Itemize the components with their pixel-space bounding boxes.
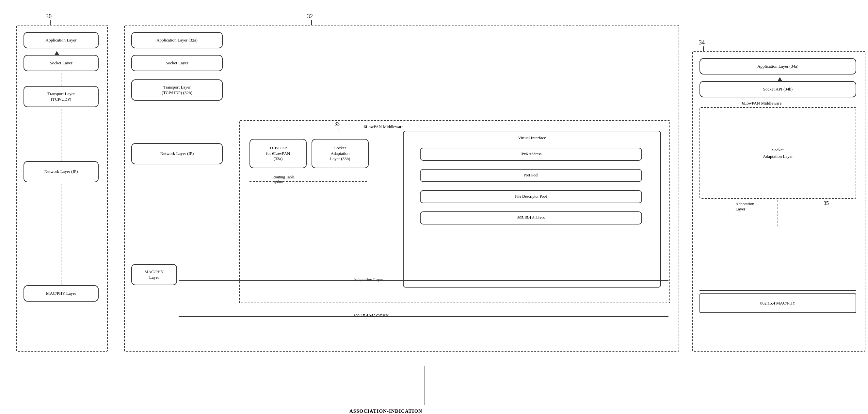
port-pool-box: Port Pool: [420, 169, 642, 182]
vline-30-2: [61, 109, 61, 161]
node34-socket-api: Socket API (34b): [700, 81, 856, 97]
node34-app-layer: Application Layer (34a): [700, 58, 856, 75]
addr-802-box: 805.15.4 Address: [420, 211, 642, 225]
node32-mac802-label: 802.15.4 MAC/PHY: [353, 313, 389, 318]
node30-transport-layer: Transport Layer(TCP/UDP): [24, 86, 99, 107]
node30-app-layer: Application Layer: [24, 32, 99, 48]
assoc-vline: [425, 366, 425, 405]
node34-mac802: 802.15.4 MAC/PHY: [700, 293, 856, 313]
node32-socket-layer: Socket Layer: [131, 55, 223, 71]
node30-mac-layer: MAC/PHY Layer: [24, 285, 99, 302]
node34-adapt-top-line: [700, 199, 856, 199]
file-descriptor-box: File Descriptor Pool: [420, 190, 642, 203]
node32-network-layer: Network Layer (IP): [131, 143, 223, 165]
node32-adaptation-label: Adaptation Layer: [353, 277, 383, 282]
ref-33: 33: [334, 121, 340, 127]
node34-middleware-label: 6LowPAN Middleware: [742, 101, 781, 106]
adaptation-line: [179, 280, 669, 281]
node-30-box: Application Layer Socket Layer Transport…: [16, 25, 108, 352]
ref-32: 32: [307, 13, 313, 20]
ref-34: 34: [699, 39, 705, 46]
assoc-indication-label: ASSOCIATION-INDICATION: [349, 409, 422, 414]
routing-hline: [249, 181, 367, 182]
node32-transport-layer: Transport Layer(TCP/UDP) (32b): [131, 80, 223, 101]
node30-socket-layer: Socket Layer: [24, 55, 99, 71]
node32-mac-layer: MAC/PHYLayer: [131, 264, 177, 285]
virtual-interface-label: Virtual Interface: [518, 135, 546, 141]
vline-30-1: [61, 73, 61, 86]
ipv6-address-box: IPv6 Address: [420, 148, 642, 161]
routing-table-label: Routing TableUpdate: [272, 175, 294, 185]
vline-30-3: [61, 184, 61, 285]
node-34-box: Application Layer (34a) Socket API (34b)…: [692, 51, 865, 352]
node34-adaptation-label: AdaptationLayer: [736, 201, 754, 212]
middleware-label-33: 6LowPAN Middleware: [364, 124, 403, 129]
ref-35: 35: [824, 200, 829, 206]
node33-socket-adapt: SocketAdaptationLayer (33b): [312, 139, 369, 168]
node32-app-layer: Application Layer (32a): [131, 32, 223, 48]
node-33-box: 6LowPAN Middleware 33 TCP/UDPfor 6LowPAN…: [239, 120, 670, 303]
mac802-line: [179, 316, 669, 317]
node30-network-layer: Network Layer (IP): [24, 161, 99, 182]
node34-sal-box: SocketAdaptation Layer: [700, 107, 856, 199]
diagram-container: 30 32 34 Application Layer Socket Layer …: [6, 13, 862, 405]
node33-tcp-udp: TCP/UDPfor 6LowPAN(33a): [249, 139, 307, 168]
node-32-box: Application Layer (32a) Socket Layer Tra…: [124, 25, 679, 352]
ref-30: 30: [46, 13, 52, 20]
virtual-interface-box: Virtual Interface IPv6 Address Port Pool…: [403, 131, 661, 288]
node34-adapt-bottom-line: [700, 290, 856, 291]
node34-socket-adapt-label: SocketAdaptation Layer: [763, 147, 793, 159]
vline-34-adapt: [778, 200, 778, 227]
